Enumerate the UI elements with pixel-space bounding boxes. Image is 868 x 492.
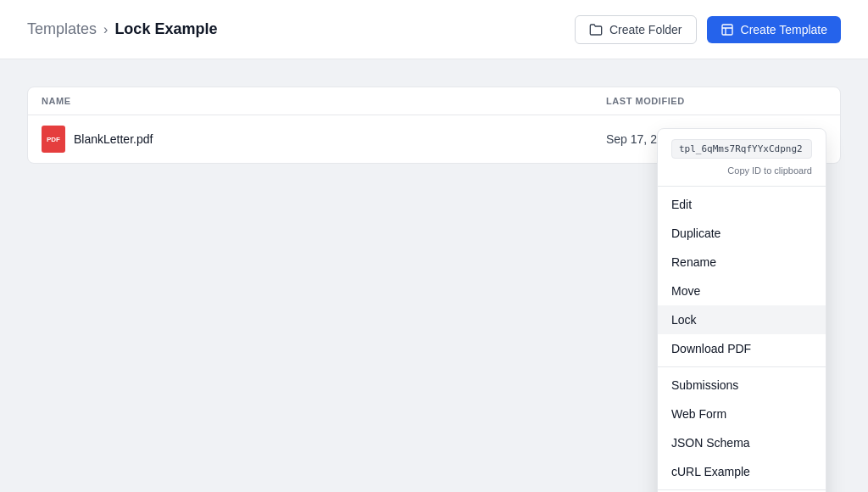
divider-1 [658, 186, 826, 187]
svg-rect-0 [722, 25, 732, 35]
row-actions: tpl_6qMms7RqfYYxCdpng2 Copy ID to clipbo… [776, 128, 826, 150]
dropdown-item-submissions[interactable]: Submissions [658, 371, 826, 400]
table-header: NAME LAST MODIFIED [28, 87, 840, 115]
dropdown-menu: tpl_6qMms7RqfYYxCdpng2 Copy ID to clipbo… [657, 128, 826, 492]
page-header: Templates › Lock Example Create Folder C… [0, 0, 868, 59]
create-template-button[interactable]: Create Template [707, 16, 841, 43]
dropdown-item-move[interactable]: Move [658, 277, 826, 305]
dropdown-item-download-pdf[interactable]: Download PDF [658, 334, 826, 363]
dropdown-item-edit[interactable]: Edit [658, 190, 826, 219]
pdf-icon: PDF [42, 126, 65, 153]
breadcrumb: Templates › Lock Example [27, 20, 217, 38]
create-folder-button[interactable]: Create Folder [575, 15, 697, 44]
divider-2 [658, 366, 826, 367]
create-folder-label: Create Folder [609, 23, 682, 36]
dropdown-id-section: tpl_6qMms7RqfYYxCdpng2 [658, 129, 826, 165]
column-actions [776, 96, 826, 106]
breadcrumb-separator: › [103, 22, 108, 37]
dropdown-item-json-schema[interactable]: JSON Schema [658, 428, 826, 457]
header-actions: Create Folder Create Template [575, 15, 841, 44]
main-content: NAME LAST MODIFIED PDF BlankLetter.pdf S… [0, 59, 868, 191]
file-cell: PDF BlankLetter.pdf [42, 126, 606, 153]
breadcrumb-parent[interactable]: Templates [27, 20, 97, 38]
template-id-value: tpl_6qMms7RqfYYxCdpng2 [671, 139, 812, 159]
dropdown-item-duplicate[interactable]: Duplicate [658, 219, 826, 248]
create-template-label: Create Template [741, 23, 827, 36]
template-icon [721, 23, 734, 36]
column-name: NAME [42, 96, 606, 106]
folder-icon [589, 23, 603, 36]
copy-id-text[interactable]: Copy ID to clipboard [658, 165, 826, 182]
dropdown-item-lock[interactable]: Lock [658, 305, 826, 334]
divider-3 [658, 489, 826, 490]
column-last-modified: LAST MODIFIED [606, 96, 776, 106]
file-table: NAME LAST MODIFIED PDF BlankLetter.pdf S… [27, 87, 841, 164]
file-name[interactable]: BlankLetter.pdf [74, 132, 153, 146]
table-row: PDF BlankLetter.pdf Sep 17, 2020 [28, 115, 840, 163]
dropdown-item-web-form[interactable]: Web Form [658, 400, 826, 428]
dropdown-item-rename[interactable]: Rename [658, 248, 826, 277]
dropdown-item-curl-example[interactable]: cURL Example [658, 457, 826, 486]
breadcrumb-current: Lock Example [114, 20, 217, 38]
